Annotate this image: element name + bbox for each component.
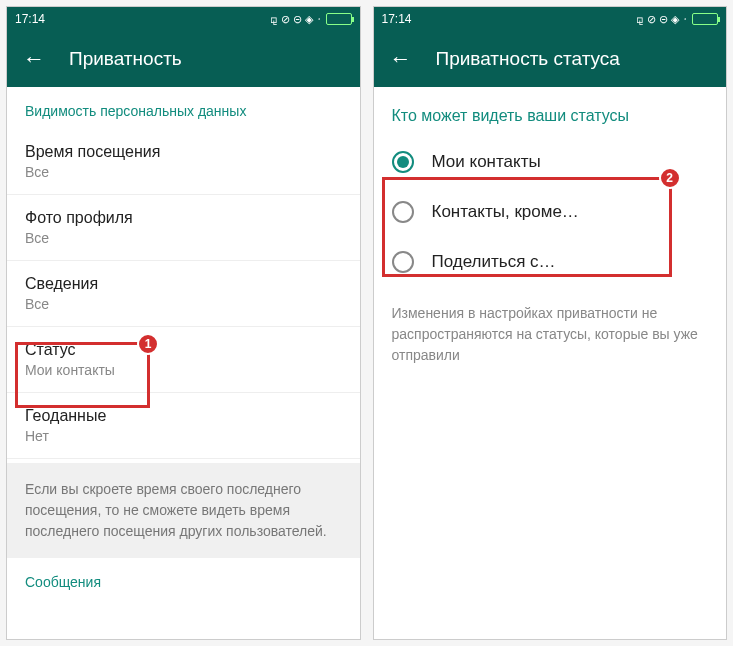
radio-share-with[interactable]: Поделиться с… [374,237,727,287]
status-time: 17:14 [15,12,45,26]
radio-label: Мои контакты [432,152,541,172]
section-header-who-sees: Кто может видеть ваши статусы [374,87,727,137]
setting-title: Фото профиля [25,209,342,227]
setting-status[interactable]: Статус Мои контакты [7,327,360,393]
battery-icon [326,13,352,25]
setting-location[interactable]: Геоданные Нет [7,393,360,459]
bluetooth-icon: ⚼ [270,13,278,26]
setting-value: Нет [25,428,342,444]
app-bar: ← Приватность [7,31,360,87]
setting-value: Все [25,296,342,312]
setting-about[interactable]: Сведения Все [7,261,360,327]
status-time: 17:14 [382,12,412,26]
section-header-visibility: Видимость персональных данных [7,87,360,129]
info-text: Если вы скроете время своего последнего … [7,463,360,558]
dnd-icon: ⊝ [293,13,302,26]
setting-value: Мои контакты [25,362,342,378]
cell-signal-icon: ⬞ [682,13,689,25]
vibrate-icon: ◈ [305,13,313,26]
vibrate-icon: ◈ [671,13,679,26]
radio-contacts-except[interactable]: Контакты, кроме… [374,187,727,237]
back-button[interactable]: ← [390,46,412,72]
status-bar: 17:14 ⚼ ⊘ ⊝ ◈ ⬞ [7,7,360,31]
section-header-messages: Сообщения [7,558,360,600]
page-title: Приватность статуса [436,48,620,70]
radio-icon [392,151,414,173]
status-icons: ⚼ ⊘ ⊝ ◈ ⬞ [270,13,352,26]
setting-title: Сведения [25,275,342,293]
radio-icon [392,251,414,273]
back-button[interactable]: ← [23,46,45,72]
battery-icon [692,13,718,25]
radio-label: Поделиться с… [432,252,556,272]
setting-value: Все [25,230,342,246]
dnd-icon: ⊝ [659,13,668,26]
note-text: Изменения в настройках приватности не ра… [374,287,727,382]
setting-value: Все [25,164,342,180]
setting-title: Статус [25,341,342,359]
status-icons: ⚼ ⊘ ⊝ ◈ ⬞ [636,13,718,26]
page-title: Приватность [69,48,182,70]
setting-profile-photo[interactable]: Фото профиля Все [7,195,360,261]
phone-screen-privacy: 17:14 ⚼ ⊘ ⊝ ◈ ⬞ ← Приватность Видимость … [6,6,361,640]
setting-last-seen[interactable]: Время посещения Все [7,129,360,195]
settings-content[interactable]: Видимость персональных данных Время посе… [7,87,360,639]
radio-icon [392,201,414,223]
radio-label: Контакты, кроме… [432,202,579,222]
phone-screen-status-privacy: 17:14 ⚼ ⊘ ⊝ ◈ ⬞ ← Приватность статуса Кт… [373,6,728,640]
bluetooth-icon: ⚼ [636,13,644,26]
badge-annotation-2: 2 [659,167,681,189]
cell-signal-icon: ⬞ [316,13,323,25]
sync-off-icon: ⊘ [281,13,290,26]
setting-title: Геоданные [25,407,342,425]
sync-off-icon: ⊘ [647,13,656,26]
badge-annotation-1: 1 [137,333,159,355]
setting-title: Время посещения [25,143,342,161]
app-bar: ← Приватность статуса [374,31,727,87]
status-bar: 17:14 ⚼ ⊘ ⊝ ◈ ⬞ [374,7,727,31]
